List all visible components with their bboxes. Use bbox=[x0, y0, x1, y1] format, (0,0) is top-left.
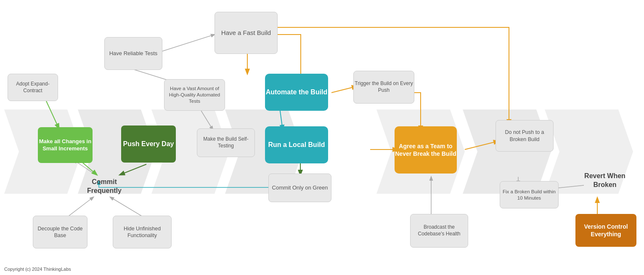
fix-broken-node: Fix a Broken Build within 10 Minutes bbox=[500, 181, 559, 208]
broadcast-node: Broadcast the Codebase's Health bbox=[410, 214, 468, 248]
make-build-self-testing-node: Make the Build Self-Testing bbox=[197, 128, 255, 157]
have-fast-build-node: Have a Fast Build bbox=[215, 12, 278, 54]
make-changes-small-node: Make all Changes in Small Increments bbox=[38, 127, 93, 163]
revert-broken-node: Revert When Broken bbox=[575, 162, 634, 199]
commit-frequently-node: Commit Frequently bbox=[75, 171, 134, 202]
decouple-code-node: Decouple the Code Base bbox=[33, 216, 87, 248]
agree-team-node: Agree as a Team to Never Break the Build bbox=[395, 126, 457, 174]
commit-only-green-node: Commit Only on Green bbox=[268, 174, 331, 202]
svg-line-23 bbox=[46, 101, 59, 128]
run-local-build-node: Run a Local Build bbox=[265, 126, 328, 163]
svg-line-24 bbox=[158, 35, 215, 53]
adopt-expand-node: Adopt Expand-Contract bbox=[8, 74, 58, 101]
trigger-build-node: Trigger the Build on Every Push bbox=[353, 71, 414, 104]
push-every-day-node: Push Every Day bbox=[121, 125, 176, 163]
have-vast-amount-node: Have a Vast Amount of High-Quality Autom… bbox=[164, 79, 225, 111]
hide-unfinished-node: Hide Unfinished Functionality bbox=[113, 216, 172, 248]
do-not-push-node: Do not Push to a Broken Build bbox=[496, 120, 554, 152]
svg-line-10 bbox=[331, 86, 357, 93]
version-control-node: Version Control Everything bbox=[575, 214, 636, 247]
svg-line-13 bbox=[465, 141, 498, 150]
have-reliable-tests-node: Have Reliable Tests bbox=[104, 37, 162, 70]
copyright-text: Copyright (c) 2024 ThinkingLabs bbox=[4, 267, 71, 272]
automate-build-node: Automate the Build bbox=[265, 74, 328, 111]
